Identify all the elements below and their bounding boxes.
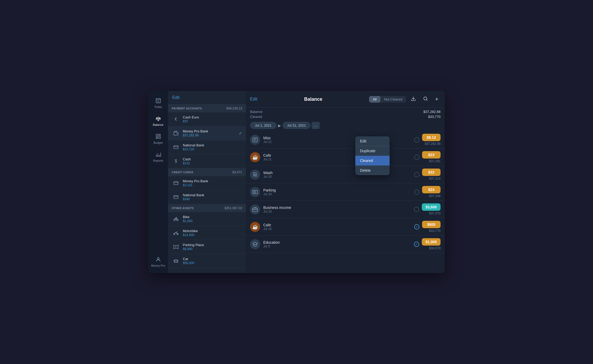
section-other-assets: OTHER ASSETS $351,967.02 <box>168 204 246 212</box>
transaction-cafe1[interactable]: ☕ Cafe Jul 21 $23 $37,291 <box>246 149 445 166</box>
account-mpb-credit[interactable]: Money Pro Bank $3,131 <box>168 176 246 190</box>
transaction-parking[interactable]: Parking Jul 20 $24 $37,346 <box>246 183 445 201</box>
left-header: Edit <box>168 91 246 104</box>
date-bar: Jul 1, 2021 ▶ Jul 31, 2021 ... <box>246 120 445 131</box>
section-credit-cards: CREDIT CARDS $3,471 <box>168 168 246 176</box>
misc-clear-circle[interactable] <box>414 137 419 142</box>
sidebar-item-reports[interactable]: Reports <box>148 147 168 165</box>
svg-rect-8 <box>159 134 160 136</box>
account-bike[interactable]: Bike $1,000 <box>168 212 246 226</box>
reports-icon <box>155 151 162 158</box>
cafe2-clear-circle[interactable]: ✓ <box>414 224 419 229</box>
download-button[interactable] <box>409 95 418 104</box>
transaction-wash[interactable]: Wash Jul 20 $32 $37,314 <box>246 166 445 183</box>
section-credit-label: CREDIT CARDS <box>172 171 193 174</box>
account-amount-bike: $1,000 <box>183 219 242 223</box>
context-menu: Edit Duplicate Cleared Delete <box>355 136 390 175</box>
svg-rect-19 <box>174 146 178 149</box>
svg-point-36 <box>174 262 175 263</box>
cleared-display-row: Cleared $33,770 <box>246 115 445 120</box>
cafe-icon-1: ☕ <box>250 152 260 162</box>
person-icon <box>155 257 161 263</box>
svg-line-41 <box>427 99 428 100</box>
sidebar-label-balance: Balance <box>153 123 164 126</box>
briefcase-icon <box>250 204 260 214</box>
business-amount: $3,600 <box>422 203 441 211</box>
transaction-misc[interactable]: Misc Jul 21 $8.12 $37,282.88 Edit Duplic… <box>246 131 445 149</box>
transaction-cafe2[interactable]: ☕ Cafe Jul 10 ✓ $800 $33,770 <box>246 218 445 236</box>
cafe1-clear-circle[interactable] <box>414 155 419 160</box>
svg-rect-21 <box>174 181 178 185</box>
svg-text:P: P <box>175 246 177 248</box>
context-delete[interactable]: Delete <box>355 166 390 175</box>
date-from-pill[interactable]: Jul 1, 2021 <box>250 122 276 129</box>
svg-line-31 <box>178 248 179 249</box>
svg-rect-10 <box>156 137 157 139</box>
svg-rect-17 <box>174 132 178 135</box>
selected-checkmark: ✓ <box>239 131 242 136</box>
context-duplicate[interactable]: Duplicate <box>355 146 390 156</box>
date-to-pill[interactable]: Jul 31, 2021 <box>283 122 311 129</box>
balance-value: $37,282.88 <box>423 110 441 114</box>
card-icon-mpb-credit <box>172 179 180 187</box>
context-cleared[interactable]: Cleared <box>355 156 390 166</box>
wash-icon <box>250 170 260 180</box>
account-name-mpb: Money Pro Bank <box>183 129 239 133</box>
account-amount-nb-credit: $340 <box>183 197 242 201</box>
cafe2-balance: $33,770 <box>429 229 441 233</box>
balance-display-row: Balance $37,282.88 <box>246 108 445 115</box>
account-nb-credit[interactable]: National Bank $340 <box>168 190 246 204</box>
edit-button[interactable]: Edit <box>172 95 180 100</box>
education-clear-circle[interactable]: ✓ <box>414 242 419 247</box>
filter-all-button[interactable]: All <box>369 96 380 103</box>
account-parking-place[interactable]: P Parking Place $8,900 <box>168 240 246 254</box>
account-amount-motorbike: $14,400 <box>183 233 242 237</box>
dollar-icon: $ <box>172 157 180 165</box>
date-more-button[interactable]: ... <box>312 122 320 129</box>
account-cash-euro[interactable]: € Cash Euro €97 <box>168 112 246 126</box>
transaction-education[interactable]: Education Jul 9 ✓ $1,000 $34,570 <box>246 236 445 253</box>
account-national-bank[interactable]: National Bank $10,720 <box>168 140 246 154</box>
account-cash[interactable]: $ Cash $132 <box>168 154 246 168</box>
account-amount-nb: $10,720 <box>183 147 242 151</box>
account-amount-car: $50,000 <box>183 261 242 265</box>
filter-not-cleared-button[interactable]: Not Cleared <box>380 96 406 103</box>
misc-date: Jul 21 <box>263 140 414 144</box>
wash-clear-circle[interactable] <box>414 172 419 177</box>
parking-clear-circle[interactable] <box>414 189 419 195</box>
misc-icon <box>250 135 260 145</box>
parking-balance: $37,346 <box>429 194 441 198</box>
sidebar-label-budget: Budget <box>154 141 163 144</box>
account-name-cash-euro: Cash Euro <box>183 115 242 119</box>
svg-text:21: 21 <box>157 100 159 103</box>
svg-rect-7 <box>156 134 157 136</box>
wash-balance: $37,314 <box>429 177 441 180</box>
account-motorbike[interactable]: Motorbike $14,400 <box>168 226 246 240</box>
right-edit-button[interactable]: Edit <box>250 97 257 102</box>
sidebar-item-today[interactable]: 21 Today <box>148 94 168 112</box>
section-other-label: OTHER ASSETS <box>172 207 194 210</box>
add-button[interactable]: + <box>433 95 441 104</box>
search-button[interactable] <box>421 95 430 104</box>
sidebar-item-budget[interactable]: Budget <box>148 130 168 147</box>
section-payment-label: PAYMENT ACCOUNTS <box>172 107 202 110</box>
education-name: Education <box>263 240 414 245</box>
section-other-total: $351,967.02 <box>224 206 242 210</box>
parking-icon: P <box>172 243 180 251</box>
calendar-icon: 21 <box>155 97 162 104</box>
parking-amount: $24 <box>422 186 441 193</box>
cafe1-date: Jul 21 <box>263 157 414 161</box>
account-name-nb-credit: National Bank <box>183 193 242 197</box>
card-icon-nb <box>172 143 180 151</box>
transaction-business[interactable]: Business income Jul 20 $3,600 $37,370 <box>246 201 445 218</box>
sidebar-item-moneypro[interactable]: Money Pro <box>148 253 168 270</box>
account-car[interactable]: Car $50,000 <box>168 254 246 268</box>
sidebar-item-balance[interactable]: Balance <box>148 112 168 130</box>
business-balance: $37,370 <box>429 212 441 215</box>
context-edit[interactable]: Edit <box>355 136 390 146</box>
section-payment-accounts: PAYMENT ACCOUNTS $48,249.13 <box>168 104 246 112</box>
card-icon-nb-credit <box>172 193 180 201</box>
account-money-pro-bank[interactable]: Money Pro Bank $37,282.88 ✓ <box>168 126 246 140</box>
parking-name: Parking <box>263 188 414 192</box>
business-clear-circle[interactable] <box>414 207 419 212</box>
